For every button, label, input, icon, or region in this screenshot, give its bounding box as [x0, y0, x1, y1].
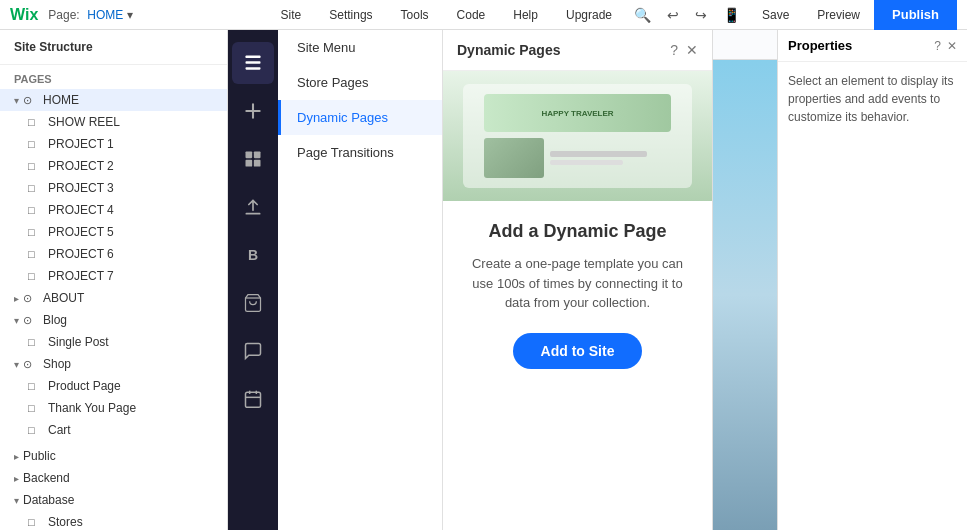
modal-header-icons: ? ✕: [670, 42, 698, 58]
sidebar-item-label: Blog: [43, 313, 67, 327]
sidebar-item-label: HOME: [43, 93, 79, 107]
chevron-down-icon[interactable]: ▾: [127, 8, 133, 22]
save-button[interactable]: Save: [748, 0, 803, 30]
svg-rect-8: [246, 392, 261, 407]
nav-site[interactable]: Site: [267, 0, 316, 30]
preview-button[interactable]: Preview: [803, 0, 874, 30]
sidebar-item-project1[interactable]: □ PROJECT 1: [0, 133, 227, 155]
sidebar-item-label: PROJECT 6: [48, 247, 114, 261]
page-icon: □: [28, 138, 42, 150]
panel-header-icons: ? ✕: [934, 39, 957, 53]
sidebar-item-label: PROJECT 2: [48, 159, 114, 173]
sidebar-item-shop[interactable]: ▾ ⊙ Shop: [0, 353, 227, 375]
dynamic-modal-content: Add a Dynamic Page Create a one-page tem…: [443, 201, 712, 389]
site-structure-panel: Site Structure Pages ▾ ⊙ HOME □ SHOW REE…: [0, 30, 228, 530]
sidebar-item-label: Thank You Page: [48, 401, 136, 415]
chat-button[interactable]: [232, 330, 274, 372]
store-button[interactable]: [232, 282, 274, 324]
sidebar-item-project4[interactable]: □ PROJECT 4: [0, 199, 227, 221]
sidebar-item-blog[interactable]: ▾ ⊙ Blog: [0, 309, 227, 331]
page-icon: □: [28, 204, 42, 216]
top-navbar: Wix Page: HOME ▾ Site Settings Tools Cod…: [0, 0, 967, 30]
nav-help[interactable]: Help: [499, 0, 552, 30]
page-name[interactable]: HOME: [87, 8, 123, 22]
sidebar-item-project3[interactable]: □ PROJECT 3: [0, 177, 227, 199]
sidebar-item-show-reel[interactable]: □ SHOW REEL: [0, 111, 227, 133]
sidebar-item-backend[interactable]: ▸ Backend: [0, 467, 227, 489]
page-icon: □: [28, 336, 42, 348]
add-to-site-button[interactable]: Add to Site: [513, 333, 643, 369]
sidebar-item-label: Public: [23, 449, 56, 463]
redo-icon[interactable]: ↪: [687, 7, 715, 23]
chevron-down-icon: ▾: [14, 359, 19, 370]
sidebar-item-label: Cart: [48, 423, 71, 437]
page-icon: □: [28, 248, 42, 260]
menu-item-page-transitions[interactable]: Page Transitions: [278, 135, 442, 170]
sidebar-item-label: Product Page: [48, 379, 121, 393]
chevron-down-icon: ▾: [14, 315, 19, 326]
sidebar-item-thank-you-page[interactable]: □ Thank You Page: [0, 397, 227, 419]
sidebar-item-project2[interactable]: □ PROJECT 2: [0, 155, 227, 177]
sidebar-item-project5[interactable]: □ PROJECT 5: [0, 221, 227, 243]
mobile-icon[interactable]: 📱: [715, 7, 748, 23]
chevron-right-icon: ▸: [14, 473, 19, 484]
blog-button[interactable]: B: [232, 234, 274, 276]
sidebar-item-label: PROJECT 5: [48, 225, 114, 239]
properties-panel-title: Properties: [788, 38, 852, 53]
page-icon: ⊙: [23, 358, 37, 371]
add-element-button[interactable]: [232, 90, 274, 132]
svg-rect-2: [246, 67, 261, 70]
sidebar-item-home[interactable]: ▾ ⊙ HOME: [0, 89, 227, 111]
site-menu-panel: Site Menu Store Pages Dynamic Pages Page…: [278, 30, 443, 530]
dynamic-description: Create a one-page template you can use 1…: [467, 254, 688, 313]
svg-rect-5: [246, 160, 253, 167]
undo-icon[interactable]: ↩: [659, 7, 687, 23]
properties-panel: Properties ? ✕ Select an element to disp…: [777, 30, 967, 530]
dynamic-modal-header: Dynamic Pages ? ✕: [443, 30, 712, 71]
nav-code[interactable]: Code: [443, 0, 500, 30]
properties-panel-body: Select an element to display its propert…: [778, 62, 967, 136]
page-icon: □: [28, 270, 42, 282]
sidebar-item-about[interactable]: ▸ ⊙ ABOUT: [0, 287, 227, 309]
search-icon[interactable]: 🔍: [626, 7, 659, 23]
menu-item-dynamic-pages[interactable]: Dynamic Pages: [278, 100, 442, 135]
menu-item-site-menu[interactable]: Site Menu: [278, 30, 442, 65]
nav-settings[interactable]: Settings: [315, 0, 386, 30]
page-icon: □: [28, 182, 42, 194]
sidebar-item-cart[interactable]: □ Cart: [0, 419, 227, 441]
svg-rect-6: [254, 160, 261, 167]
properties-close-icon[interactable]: ✕: [947, 39, 957, 53]
sidebar-item-public[interactable]: ▸ Public: [0, 445, 227, 467]
sidebar-item-label: PROJECT 7: [48, 269, 114, 283]
sidebar-item-project7[interactable]: □ PROJECT 7: [0, 265, 227, 287]
menu-item-store-pages[interactable]: Store Pages: [278, 65, 442, 100]
properties-panel-header: Properties ? ✕: [778, 30, 967, 62]
chevron-down-icon: ▾: [14, 495, 19, 506]
pages-tool-button[interactable]: [232, 42, 274, 84]
sidebar-item-label: SHOW REEL: [48, 115, 120, 129]
page-label: Page:: [48, 8, 79, 22]
sidebar-item-stores[interactable]: □ Stores: [0, 511, 227, 530]
properties-help-icon[interactable]: ?: [934, 39, 941, 53]
sidebar-item-single-post[interactable]: □ Single Post: [0, 331, 227, 353]
sidebar-item-label: Stores: [48, 515, 83, 529]
publish-button[interactable]: Publish: [874, 0, 957, 30]
sidebar-item-label: Shop: [43, 357, 71, 371]
sidebar-item-project6[interactable]: □ PROJECT 6: [0, 243, 227, 265]
dynamic-heading: Add a Dynamic Page: [467, 221, 688, 242]
nav-tools[interactable]: Tools: [387, 0, 443, 30]
close-icon[interactable]: ✕: [686, 42, 698, 58]
help-icon[interactable]: ?: [670, 42, 678, 58]
add-section-button[interactable]: [232, 138, 274, 180]
sidebar-item-database[interactable]: ▾ Database: [0, 489, 227, 511]
calendar-button[interactable]: [232, 378, 274, 420]
nav-upgrade[interactable]: Upgrade: [552, 0, 626, 30]
page-icon: □: [28, 226, 42, 238]
sidebar-item-product-page[interactable]: □ Product Page: [0, 375, 227, 397]
dynamic-pages-modal: Dynamic Pages ? ✕ HAPPY TRAVELER: [443, 30, 713, 530]
svg-rect-1: [246, 61, 261, 64]
page-icon: □: [28, 424, 42, 436]
dynamic-preview-image: HAPPY TRAVELER: [443, 71, 712, 201]
upload-button[interactable]: [232, 186, 274, 228]
sidebar-item-label: Single Post: [48, 335, 109, 349]
